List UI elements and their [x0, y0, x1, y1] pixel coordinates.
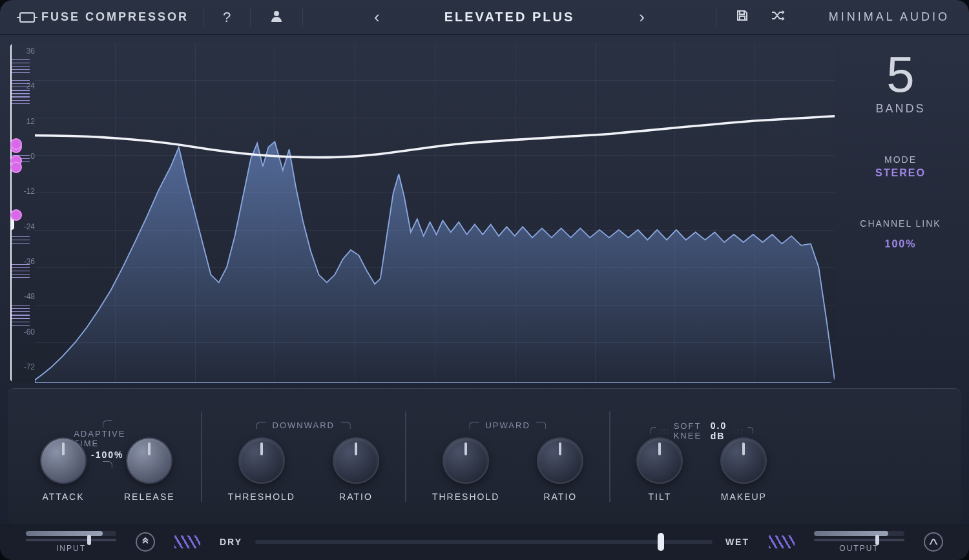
- dry-wet-track[interactable]: [255, 540, 713, 544]
- adaptive-section: ADAPTIVE TIME -100% ATTACK RELEASE: [40, 411, 175, 502]
- downward-threshold-knob[interactable]: [238, 437, 285, 484]
- release-knob[interactable]: [126, 437, 172, 484]
- channel-link-group[interactable]: CHANNEL LINK 100%: [860, 218, 941, 250]
- save-icon[interactable]: [731, 6, 754, 28]
- upward-ratio-knob[interactable]: [537, 437, 583, 484]
- input-fader[interactable]: [26, 539, 116, 541]
- output-meter-group: OUTPUT: [814, 531, 904, 553]
- preset-next-icon[interactable]: ›: [639, 7, 645, 27]
- plugin-window: FUSE COMPRESSOR ? ‹ ELEVATED PLUS › MINI…: [0, 0, 969, 560]
- plugin-title: FUSE COMPRESSOR: [41, 10, 189, 24]
- input-meter-group: INPUT: [26, 531, 116, 553]
- shuffle-icon[interactable]: [766, 6, 790, 28]
- dry-wet-slider: DRY WET: [220, 537, 749, 547]
- svg-rect-1: [740, 16, 745, 20]
- accent-stripes-left: [174, 535, 200, 548]
- output-curve-icon[interactable]: [924, 532, 943, 552]
- accent-stripes-right: [769, 535, 795, 548]
- svg-point-0: [274, 11, 279, 16]
- input-meter: [26, 531, 116, 536]
- controls-panel: ADAPTIVE TIME -100% ATTACK RELEASE DOWNW…: [8, 388, 961, 524]
- input-expand-icon[interactable]: [136, 532, 155, 552]
- mode-group[interactable]: MODE STEREO: [875, 154, 926, 179]
- user-icon[interactable]: [265, 6, 288, 28]
- side-panel: 5 BANDS MODE STEREO CHANNEL LINK 100%: [842, 43, 959, 383]
- downward-section: DOWNWARD THRESHOLD RATIO: [228, 411, 379, 502]
- output-section: ::: SOFT KNEE 0.0 dB ::: TILT MAKEUP: [636, 411, 767, 502]
- header-bar: FUSE COMPRESSOR ? ‹ ELEVATED PLUS › MINI…: [0, 0, 969, 35]
- tilt-knob[interactable]: [636, 437, 683, 484]
- preset-navigator: ‹ ELEVATED PLUS ›: [317, 7, 701, 27]
- makeup-knob[interactable]: [720, 437, 767, 484]
- main-area: 36 24 12 0 -12 -24 -36 -48 -60 -72: [0, 35, 969, 383]
- band-node-3[interactable]: [10, 138, 22, 150]
- spectrum-display[interactable]: 36 24 12 0 -12 -24 -36 -48 -60 -72: [10, 43, 835, 383]
- output-fader[interactable]: [814, 539, 904, 541]
- help-icon[interactable]: ?: [218, 6, 236, 28]
- bands-count[interactable]: 5: [886, 49, 914, 99]
- output-meter: [814, 531, 904, 536]
- preset-name[interactable]: ELEVATED PLUS: [444, 10, 575, 25]
- footer-bar: INPUT DRY WET OUTPUT: [0, 524, 969, 560]
- bands-label: BANDS: [875, 102, 925, 116]
- downward-ratio-knob[interactable]: [333, 437, 379, 484]
- plugin-logo-icon: [19, 12, 35, 23]
- preset-prev-icon[interactable]: ‹: [374, 7, 380, 27]
- upward-threshold-knob[interactable]: [443, 437, 489, 484]
- attack-knob[interactable]: [40, 437, 87, 484]
- dry-wet-handle[interactable]: [658, 533, 664, 551]
- brand-label: MINIMAL AUDIO: [829, 10, 950, 24]
- release-knob-group: RELEASE: [124, 437, 175, 502]
- attack-knob-group: ATTACK: [40, 437, 87, 502]
- upward-section: UPWARD THRESHOLD RATIO: [432, 411, 583, 502]
- spectrum-svg: [35, 43, 835, 383]
